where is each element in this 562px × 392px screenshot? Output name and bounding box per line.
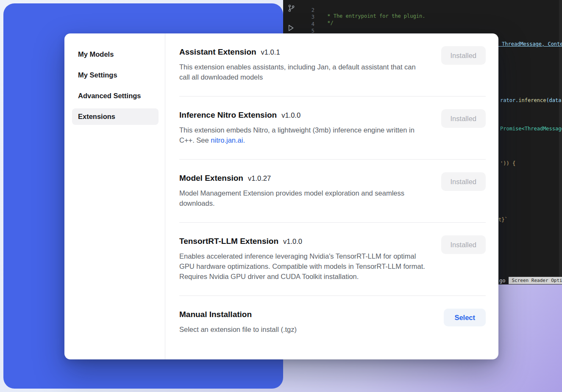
extension-version: v1.0.27 <box>248 174 271 182</box>
extension-row-tensorrt-llm: TensortRT-LLM Extension v1.0.0 Enables a… <box>179 223 486 296</box>
code-line: 3 */ <box>283 8 562 15</box>
extension-title: Assistant Extension <box>179 47 256 57</box>
screen-reader-status-chip[interactable]: Screen Reader Optimize <box>509 277 562 284</box>
installed-button[interactable]: Installed <box>441 46 486 65</box>
code-fragment: ')) { <box>500 160 515 166</box>
extension-description: This extension enables assistants, inclu… <box>179 62 427 82</box>
code-line: 4 <box>283 15 562 22</box>
settings-modal: My Models My Settings Advanced Settings … <box>64 33 498 359</box>
extension-description: Enables accelerated inference leveraging… <box>179 251 427 282</box>
extension-title: Model Extension <box>179 174 243 183</box>
extension-title: Inference Nitro Extension <box>179 110 277 120</box>
sidebar-item-extensions[interactable]: Extensions <box>72 108 159 125</box>
sidebar-item-my-models[interactable]: My Models <box>72 46 159 63</box>
code-line: 2 * The entrypoint for the plugin. <box>283 1 562 8</box>
extension-row-inference-nitro: Inference Nitro Extension v1.0.0 This ex… <box>179 97 486 160</box>
code-fragment: Promise<ThreadMessage> <box>500 126 562 132</box>
extension-description: Model Management Extension provides mode… <box>179 188 427 208</box>
manual-installation-row: Manual Installation Select an extension … <box>179 296 486 348</box>
extension-row-model: Model Extension v1.0.27 Model Management… <box>179 160 486 223</box>
nitro-jan-ai-link[interactable]: nitro.jan.ai. <box>211 136 245 144</box>
status-text: go <box>499 278 505 284</box>
code-line: 5 // Web / extension runtime <box>283 22 562 29</box>
installed-button[interactable]: Installed <box>441 235 486 254</box>
extension-version: v1.0.1 <box>261 48 280 56</box>
sidebar-item-advanced-settings[interactable]: Advanced Settings <box>72 88 159 104</box>
settings-sidebar: My Models My Settings Advanced Settings … <box>64 33 165 359</box>
installed-button[interactable]: Installed <box>441 109 486 128</box>
installed-button[interactable]: Installed <box>441 172 486 191</box>
extension-description: Select an extension file to install (.tg… <box>179 324 427 334</box>
code-fragment: rator.inference(data)); <box>500 97 562 103</box>
select-file-button[interactable]: Select <box>444 309 486 326</box>
editor-status-bar: go Screen Reader Optimize <box>499 277 562 284</box>
extensions-panel: Assistant Extension v1.0.1 This extensio… <box>165 33 498 359</box>
sidebar-item-my-settings[interactable]: My Settings <box>72 67 159 83</box>
code-text: (data)); <box>546 97 562 103</box>
extension-row-assistant: Assistant Extension v1.0.1 This extensio… <box>179 33 486 97</box>
code-fragment: t}` <box>498 217 508 223</box>
extension-description: This extension embeds Nitro, a lightweig… <box>179 125 427 145</box>
code-text: inference <box>518 97 546 103</box>
extension-version: v1.0.0 <box>283 237 302 246</box>
extension-title: TensortRT-LLM Extension <box>179 237 278 246</box>
extension-title: Manual Installation <box>179 310 252 319</box>
code-text: rator. <box>500 97 518 103</box>
extension-version: v1.0.0 <box>281 111 300 119</box>
